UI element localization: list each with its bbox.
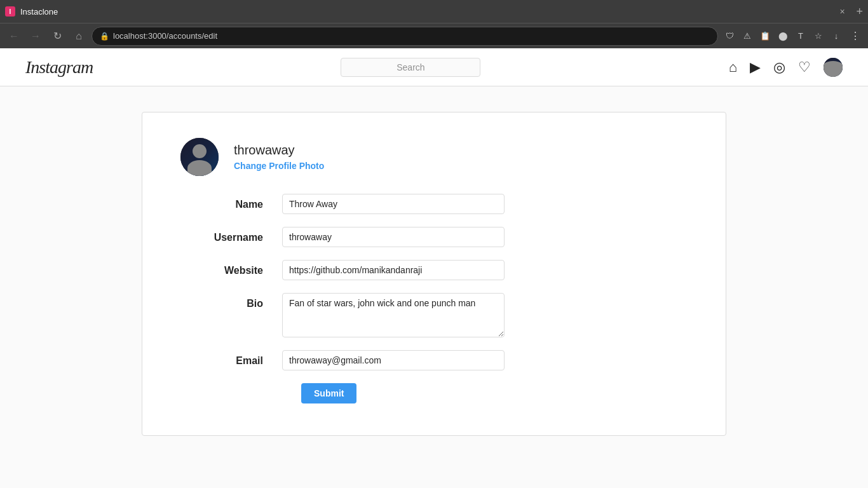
browser-window: I Instaclone × + ← → ↻ ⌂ 🔒 localhost:300… <box>0 0 868 488</box>
email-input[interactable] <box>282 350 505 370</box>
instagram-logo: Instagram <box>25 57 93 78</box>
name-input[interactable] <box>282 194 505 214</box>
bio-row: Bio Fan of star wars, john wick and one … <box>180 293 688 337</box>
username-row: Username <box>180 227 688 247</box>
profile-username-display: throwaway <box>234 143 324 158</box>
url-text: localhost:3000/accounts/edit <box>113 31 217 41</box>
username-label: Username <box>180 227 282 243</box>
new-tab-button[interactable]: + <box>856 5 863 18</box>
lock-icon: 🔒 <box>100 32 109 41</box>
submit-button[interactable]: Submit <box>301 383 356 403</box>
edit-profile-form: Name Username Website B <box>180 194 688 403</box>
header-nav: ⌂ ▶ ◎ ♡ <box>729 58 843 77</box>
profile-header: throwaway Change Profile Photo <box>180 138 688 176</box>
url-display: localhost:3000/accounts/edit <box>113 31 217 41</box>
instagram-header: Instagram ⌂ ▶ ◎ ♡ <box>0 48 868 86</box>
ext-star-icon[interactable]: ☆ <box>811 29 826 44</box>
website-input[interactable] <box>282 260 505 280</box>
website-label: Website <box>180 260 282 276</box>
profile-info: throwaway Change Profile Photo <box>234 143 324 172</box>
tv-nav-icon[interactable]: ▶ <box>750 59 761 76</box>
tab-title: Instaclone <box>20 7 831 17</box>
browser-menu-button[interactable]: ⋮ <box>848 27 863 44</box>
home-nav-icon[interactable]: ⌂ <box>729 59 737 76</box>
edit-profile-card: throwaway Change Profile Photo Name User… <box>142 112 726 436</box>
tab-close-button[interactable]: × <box>836 5 848 18</box>
compass-nav-icon[interactable]: ◎ <box>773 59 785 76</box>
ext-circle-icon[interactable]: ⬤ <box>775 29 790 44</box>
back-button[interactable]: ← <box>5 27 23 45</box>
reload-button[interactable]: ↻ <box>48 27 66 45</box>
forward-button[interactable]: → <box>27 27 44 45</box>
name-row: Name <box>180 194 688 214</box>
browser-extensions: 🛡 ⚠ 📋 ⬤ T ☆ ↓ <box>722 29 844 44</box>
search-input[interactable] <box>341 58 480 77</box>
ext-alert-icon[interactable]: ⚠ <box>740 29 755 44</box>
profile-avatar-image <box>180 138 219 176</box>
page-content: Instagram ⌂ ▶ ◎ ♡ <box>0 48 868 488</box>
heart-nav-icon[interactable]: ♡ <box>798 59 811 76</box>
avatar-image <box>824 58 843 77</box>
submit-row: Submit <box>180 383 688 403</box>
username-input[interactable] <box>282 227 505 247</box>
website-row: Website <box>180 260 688 280</box>
bio-label: Bio <box>180 293 282 309</box>
ext-copy-icon[interactable]: 📋 <box>757 29 773 44</box>
email-label: Email <box>180 350 282 367</box>
ext-t-icon[interactable]: T <box>793 29 808 44</box>
edit-profile-container: throwaway Change Profile Photo Name User… <box>0 86 868 461</box>
browser-toolbar: ← → ↻ ⌂ 🔒 localhost:3000/accounts/edit 🛡… <box>0 23 868 48</box>
browser-favicon: I <box>5 6 15 17</box>
home-button[interactable]: ⌂ <box>70 27 88 45</box>
browser-titlebar: I Instaclone × + <box>0 0 868 23</box>
change-photo-button[interactable]: Change Profile Photo <box>234 161 324 171</box>
ext-arrow-icon[interactable]: ↓ <box>829 29 844 44</box>
address-bar[interactable]: 🔒 localhost:3000/accounts/edit <box>92 27 718 46</box>
user-avatar[interactable] <box>824 58 843 77</box>
profile-avatar <box>180 138 219 176</box>
name-label: Name <box>180 194 282 210</box>
bio-textarea[interactable]: Fan of star wars, john wick and one punc… <box>282 293 505 337</box>
ext-shield-icon[interactable]: 🛡 <box>722 29 737 44</box>
email-row: Email <box>180 350 688 370</box>
